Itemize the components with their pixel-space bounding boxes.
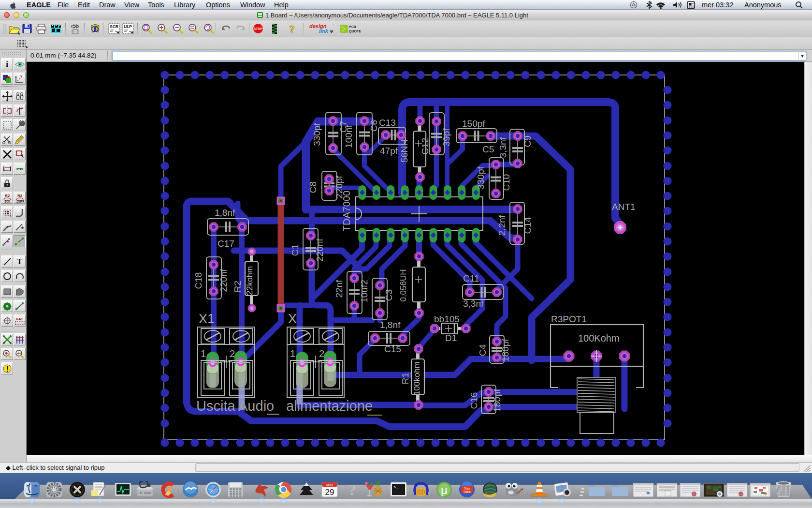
svg-text:330pf: 330pf [476, 166, 486, 190]
svg-text:C9: C9 [522, 135, 533, 147]
svg-text:X1: X1 [199, 312, 215, 326]
svg-text:C12: C12 [420, 138, 430, 155]
svg-text:>AT: >AT [16, 317, 23, 321]
svg-text:1,8nf: 1,8nf [380, 320, 401, 330]
svg-text:C5: C5 [482, 144, 494, 154]
svg-text:?: ? [290, 23, 295, 35]
svg-text:3,3nf: 3,3nf [498, 137, 508, 158]
svg-text:MAR: MAR [326, 483, 333, 486]
svg-text:R2: R2 [4, 194, 10, 198]
svg-text:47pf: 47pf [380, 146, 398, 156]
svg-text:μ: μ [441, 483, 448, 496]
svg-text:220nf: 220nf [218, 269, 229, 292]
svg-text:1: 1 [201, 348, 206, 359]
svg-text:C8: C8 [308, 181, 318, 193]
svg-text:29: 29 [325, 488, 334, 497]
svg-text:22nf: 22nf [334, 280, 344, 298]
svg-text:STOP: STOP [254, 27, 263, 30]
svg-text:220nf: 220nf [315, 239, 325, 262]
svg-text:ANT1: ANT1 [612, 202, 636, 212]
svg-text:100Kohm: 100Kohm [578, 333, 620, 344]
svg-text:C4: C4 [478, 344, 488, 356]
svg-text:9: 9 [20, 75, 22, 78]
svg-text:10k: 10k [4, 200, 10, 203]
svg-text:R2: R2 [232, 281, 243, 292]
svg-text:56NH: 56NH [399, 139, 409, 163]
svg-text:C17: C17 [218, 239, 234, 249]
svg-text:C14: C14 [522, 217, 533, 234]
svg-text:C1: C1 [290, 244, 300, 256]
svg-text:10R: 10R [16, 200, 22, 203]
svg-text:alimentazione: alimentazione [286, 398, 373, 414]
svg-text:C13: C13 [379, 118, 396, 128]
svg-text:R2: R2 [17, 194, 22, 198]
svg-text:R3POT1: R3POT1 [551, 314, 587, 324]
svg-text:C11: C11 [463, 273, 479, 284]
svg-text:X: X [288, 312, 297, 326]
svg-text:10uf2: 10uf2 [359, 280, 369, 303]
svg-text:TDA7000: TDA7000 [341, 191, 352, 232]
svg-text:2: 2 [230, 348, 235, 359]
svg-text:39pf: 39pf [441, 128, 451, 147]
svg-text:You: You [464, 487, 470, 490]
svg-text:C16: C16 [469, 392, 479, 409]
svg-text:150pf: 150pf [462, 119, 485, 129]
svg-text:C18: C18 [193, 272, 203, 289]
svg-text:>_: >_ [393, 485, 399, 490]
svg-text:bb105: bb105 [434, 314, 460, 324]
svg-text:C3: C3 [384, 289, 394, 301]
svg-text:PCB: PCB [349, 25, 356, 29]
svg-text:1,8nf: 1,8nf [215, 208, 235, 218]
svg-text:Uscita Audio: Uscita Audio [196, 398, 274, 414]
svg-text:link: link [319, 28, 329, 34]
svg-text:D1: D1 [445, 333, 457, 343]
svg-text:?: ? [348, 481, 357, 499]
svg-text:1: 1 [290, 348, 295, 359]
svg-text:k: k [10, 214, 12, 217]
svg-text:330pf: 330pf [312, 123, 322, 146]
svg-text:180pf: 180pf [500, 339, 510, 362]
svg-text:100kohm: 100kohm [412, 361, 421, 395]
svg-text:QUOTE: QUOTE [349, 30, 361, 33]
svg-text:2: 2 [319, 348, 324, 359]
svg-text:Tube: Tube [463, 490, 471, 493]
svg-text:C10: C10 [501, 174, 511, 191]
svg-text:C6: C6 [369, 120, 379, 132]
svg-text:0,056UH: 0,056UH [399, 269, 408, 301]
svg-text:100nf: 100nf [344, 125, 354, 148]
svg-text:R1: R1 [400, 373, 410, 384]
svg-text:180pf: 180pf [492, 389, 502, 412]
svg-text:ULP: ULP [124, 24, 132, 29]
svg-text:22kohm: 22kohm [245, 266, 254, 295]
svg-text:SCR: SCR [110, 24, 118, 29]
svg-text:3,3nf: 3,3nf [463, 299, 484, 309]
svg-text:C15: C15 [384, 344, 401, 354]
svg-text:2,2nf: 2,2nf [497, 215, 507, 236]
